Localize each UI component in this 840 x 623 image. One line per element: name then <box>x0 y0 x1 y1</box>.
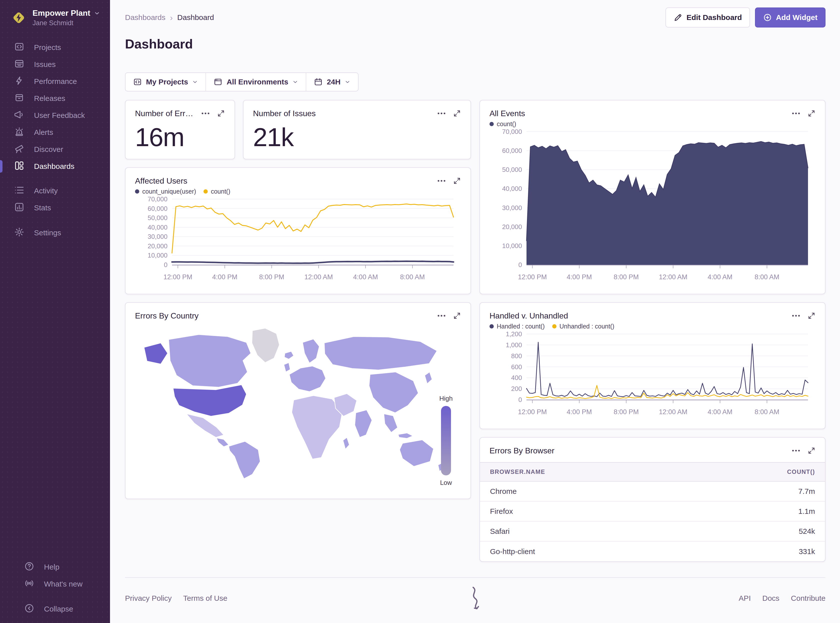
chevron-down-icon <box>345 79 351 85</box>
ellipsis-menu-icon[interactable] <box>437 313 446 319</box>
sidebar-item-settings[interactable]: Settings <box>0 224 110 241</box>
number-of-issues-card: Number of Issues 21k <box>243 100 471 160</box>
card-title: Errors By Country <box>135 311 431 321</box>
sidebar-item-projects[interactable]: Projects <box>0 39 110 56</box>
environments-filter[interactable]: All Environments <box>206 73 306 91</box>
svg-text:4:00 AM: 4:00 AM <box>708 273 732 281</box>
sidebar-item-activity[interactable]: Activity <box>0 183 110 199</box>
svg-text:8:00 PM: 8:00 PM <box>614 273 639 281</box>
legend-item[interactable]: Unhandled : count() <box>552 323 614 330</box>
projects-filter[interactable]: My Projects <box>126 73 206 91</box>
expand-icon[interactable] <box>808 312 815 320</box>
breadcrumb: Dashboards › Dashboard <box>125 13 214 22</box>
map-legend-gradient <box>441 406 451 476</box>
svg-text:40,000: 40,000 <box>502 185 522 192</box>
table-row[interactable]: Go-http-client331k <box>480 542 825 562</box>
add-widget-button[interactable]: Add Widget <box>755 8 826 28</box>
stats-icon <box>14 202 25 214</box>
expand-icon[interactable] <box>808 447 815 455</box>
docs-link[interactable]: Docs <box>762 594 779 603</box>
edit-dashboard-button[interactable]: Edit Dashboard <box>666 8 750 28</box>
breadcrumb-separator-icon: › <box>170 13 173 22</box>
table-row[interactable]: Safari524k <box>480 522 825 542</box>
expand-icon[interactable] <box>808 109 815 117</box>
sidebar-item-dashboards[interactable]: Dashboards <box>0 158 110 175</box>
chart-legend: count() <box>489 120 815 127</box>
issues-count-value: 21k <box>253 123 461 152</box>
svg-text:12:00 AM: 12:00 AM <box>659 408 687 416</box>
sidebar-item-releases[interactable]: Releases <box>0 90 110 107</box>
sidebar-item-stats[interactable]: Stats <box>0 199 110 216</box>
expand-icon[interactable] <box>453 109 461 117</box>
svg-text:12:00 PM: 12:00 PM <box>163 273 192 281</box>
ellipsis-menu-icon[interactable] <box>201 110 210 117</box>
svg-text:70,000: 70,000 <box>502 128 522 135</box>
handled-v-unhandled-card: Handled v. Unhandled Handled : count()Un… <box>480 302 826 429</box>
sidebar: Empower Plant Jane Schmidt ProjectsIssue… <box>0 0 110 623</box>
sidebar-item-issues[interactable]: Issues <box>0 56 110 73</box>
sidebar-nav: ProjectsIssuesPerformanceReleasesUser Fe… <box>0 31 110 241</box>
ellipsis-menu-icon[interactable] <box>791 448 800 454</box>
card-title: Number of Issues <box>253 108 431 118</box>
time-range-filter[interactable]: 24H <box>306 73 358 91</box>
api-link[interactable]: API <box>739 594 751 603</box>
table-body: Chrome7.7mFirefox1.1mSafari524kGo-http-c… <box>480 482 825 562</box>
card-title: Errors By Browser <box>489 446 785 456</box>
browser-name: Chrome <box>490 487 517 496</box>
table-row[interactable]: Chrome7.7m <box>480 482 825 502</box>
svg-text:12:00 AM: 12:00 AM <box>659 273 687 281</box>
sidebar-item-what-s-new[interactable]: What's new <box>10 575 110 592</box>
affected-users-chart: 010,00020,00030,00040,00050,00060,00070,… <box>135 195 461 288</box>
whatsnew-icon <box>24 578 34 590</box>
expand-icon[interactable] <box>453 312 461 320</box>
expand-icon[interactable] <box>217 109 225 117</box>
svg-text:4:00 PM: 4:00 PM <box>567 408 592 416</box>
errors-count-value: 16m <box>135 123 225 152</box>
org-user: Jane Schmidt <box>32 19 100 27</box>
card-title: Affected Users <box>135 176 431 186</box>
sidebar-item-alerts[interactable]: Alerts <box>0 124 110 141</box>
org-switcher[interactable]: Empower Plant Jane Schmidt <box>0 0 110 31</box>
discover-icon <box>14 143 25 156</box>
expand-icon[interactable] <box>453 177 461 185</box>
sidebar-item-help[interactable]: Help <box>10 559 110 575</box>
projects-icon <box>133 77 142 86</box>
legend-item[interactable]: count_unique(user) <box>135 188 196 195</box>
svg-text:40,000: 40,000 <box>148 224 168 231</box>
sidebar-item-user-feedback[interactable]: User Feedback <box>0 107 110 124</box>
ellipsis-menu-icon[interactable] <box>437 110 446 117</box>
privacy-policy-link[interactable]: Privacy Policy <box>125 594 172 603</box>
legend-item[interactable]: count() <box>489 120 516 127</box>
sidebar-item-collapse[interactable]: Collapse <box>10 600 110 617</box>
legend-item[interactable]: Handled : count() <box>489 323 545 330</box>
legend-item[interactable]: count() <box>203 188 230 195</box>
contribute-link[interactable]: Contribute <box>791 594 826 603</box>
sidebar-item-performance[interactable]: Performance <box>0 73 110 90</box>
svg-text:1,200: 1,200 <box>506 330 522 338</box>
releases-icon <box>14 92 25 105</box>
svg-text:8:00 PM: 8:00 PM <box>259 273 285 281</box>
feedback-icon <box>14 109 25 122</box>
svg-text:200: 200 <box>511 385 522 393</box>
sidebar-item-discover[interactable]: Discover <box>0 141 110 158</box>
column-count: COUNT() <box>787 468 815 476</box>
ellipsis-menu-icon[interactable] <box>791 110 800 117</box>
chart-legend: Handled : count()Unhandled : count() <box>489 323 815 330</box>
errors-by-country-card: Errors By Country <box>125 302 471 499</box>
svg-text:400: 400 <box>511 374 522 381</box>
browser-count: 1.1m <box>798 507 815 516</box>
svg-text:8:00 AM: 8:00 AM <box>754 273 779 281</box>
svg-text:12:00 PM: 12:00 PM <box>518 408 547 416</box>
ellipsis-menu-icon[interactable] <box>791 313 800 319</box>
handled-v-unhandled-chart: 02004006008001,0001,20012:00 PM4:00 PM8:… <box>489 330 815 423</box>
legend-dot <box>135 189 139 193</box>
browser-name: Firefox <box>490 507 513 516</box>
browser-name: Safari <box>490 527 509 536</box>
card-title: All Events <box>489 108 785 118</box>
breadcrumb-dashboards-link[interactable]: Dashboards <box>125 13 166 22</box>
svg-text:20,000: 20,000 <box>502 223 522 230</box>
terms-of-use-link[interactable]: Terms of Use <box>183 594 228 603</box>
table-row[interactable]: Firefox1.1m <box>480 502 825 522</box>
ellipsis-menu-icon[interactable] <box>437 178 446 184</box>
svg-text:600: 600 <box>511 363 522 371</box>
